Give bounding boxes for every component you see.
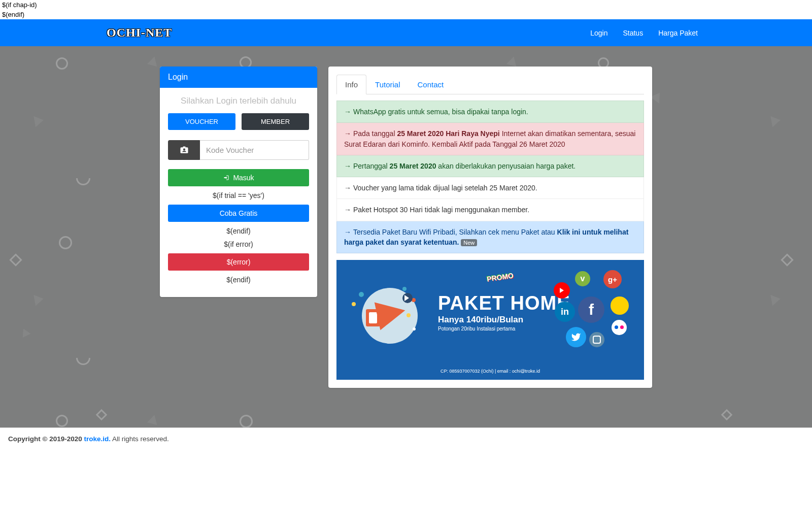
error-alert: $(error) bbox=[168, 253, 309, 271]
megaphone-icon bbox=[352, 278, 433, 359]
template-if-chap: $(if chap-id) bbox=[0, 0, 812, 10]
svg-point-1 bbox=[183, 148, 185, 150]
info-text-bold: 25 Maret 2020 Hari Raya Nyepi bbox=[397, 129, 499, 138]
promo-subtitle: Hanya 140ribu/Bulan bbox=[438, 315, 523, 325]
nav-status[interactable]: Status bbox=[615, 25, 651, 41]
footer-rights: All rights reserved. bbox=[111, 435, 169, 443]
instagram-icon bbox=[589, 332, 604, 347]
promo-small: Potongan 20ribu Instalasi pertama bbox=[438, 326, 515, 332]
info-list: →WhatsApp gratis untuk semua, bisa dipak… bbox=[336, 101, 644, 253]
template-endif: $(endif) bbox=[0, 10, 812, 19]
list-item: →Pertanggal 25 Maret 2020 akan diberlaku… bbox=[336, 155, 644, 177]
info-text: Voucher yang lama tidak dijual lagi sete… bbox=[353, 184, 537, 192]
info-text: WhatsApp gratis untuk semua, bisa dipaka… bbox=[353, 108, 528, 116]
googleplus-icon: g+ bbox=[603, 270, 622, 288]
arrow-icon: → bbox=[344, 162, 351, 170]
footer-copyright: Copyright © 2019-2020 bbox=[8, 435, 84, 443]
info-tabs: Info Tutorial Contact bbox=[336, 75, 644, 94]
list-item: →Voucher yang lama tidak dijual lagi set… bbox=[336, 177, 644, 199]
info-text: Paket Hotspot 30 Hari tidak lagi menggun… bbox=[353, 206, 529, 214]
info-text: Pertanggal bbox=[353, 162, 390, 170]
masuk-button[interactable]: Masuk bbox=[168, 169, 309, 186]
linkedin-icon: in bbox=[555, 302, 575, 322]
template-if-error: $(if error) bbox=[168, 240, 309, 248]
list-item: →WhatsApp gratis untuk semua, bisa dipak… bbox=[336, 101, 644, 123]
info-text: akan diberlakukan penyusaian harga paket… bbox=[436, 162, 576, 170]
flickr-icon bbox=[612, 320, 627, 335]
facebook-icon: f bbox=[578, 296, 604, 323]
arrow-icon: → bbox=[344, 184, 351, 192]
brand-logo: OCHI-NET bbox=[107, 26, 172, 40]
new-badge: New bbox=[461, 239, 477, 246]
nav-login[interactable]: Login bbox=[583, 25, 615, 41]
tab-voucher-button[interactable]: VOUCHER bbox=[168, 113, 235, 130]
template-if-trial: $(if trial == 'yes') bbox=[168, 191, 309, 200]
template-endif-trial: $(endif) bbox=[168, 227, 309, 235]
voucher-icon bbox=[168, 140, 200, 160]
list-item: →Tersedia Paket Baru Wifi Pribadi, Silah… bbox=[336, 221, 644, 254]
arrow-icon: → bbox=[344, 108, 351, 116]
promo-banner: PROMO PAKET HOME Hanya 140ribu/Bulan Pot… bbox=[336, 260, 644, 380]
coba-gratis-button[interactable]: Coba Gratis bbox=[168, 205, 309, 222]
promo-badge: PROMO bbox=[486, 272, 514, 283]
info-panel: Info Tutorial Contact →WhatsApp gratis u… bbox=[328, 67, 652, 388]
login-hint: Silahkan Login terlebih dahulu bbox=[168, 96, 309, 106]
footer: Copyright © 2019-2020 troke.id. All righ… bbox=[0, 427, 812, 450]
snapchat-icon bbox=[611, 296, 629, 315]
vimeo-icon: v bbox=[575, 271, 590, 286]
arrow-icon: → bbox=[344, 206, 351, 214]
arrow-icon: → bbox=[344, 228, 351, 236]
voucher-code-input[interactable] bbox=[200, 140, 309, 160]
info-text-bold: 25 Maret 2020 bbox=[390, 162, 436, 170]
tab-member-button[interactable]: MEMBER bbox=[242, 113, 309, 130]
list-item: →Paket Hotspot 30 Hari tidak lagi menggu… bbox=[336, 199, 644, 221]
template-endif-error: $(endif) bbox=[168, 276, 309, 284]
nav-harga-paket[interactable]: Harga Paket bbox=[651, 25, 705, 41]
arrow-icon: → bbox=[344, 129, 351, 138]
twitter-icon bbox=[566, 327, 586, 347]
tab-info[interactable]: Info bbox=[336, 75, 366, 94]
navbar: OCHI-NET Login Status Harga Paket bbox=[0, 19, 812, 46]
social-icons: f v g+ in bbox=[549, 267, 635, 353]
login-panel-header: Login bbox=[160, 67, 317, 88]
youtube-icon bbox=[554, 282, 570, 299]
list-item: →Pada tanggal 25 Maret 2020 Hari Raya Ny… bbox=[336, 123, 644, 155]
tab-contact[interactable]: Contact bbox=[409, 75, 453, 94]
info-text: Tersedia Paket Baru Wifi Pribadi, Silahk… bbox=[353, 228, 557, 236]
promo-contact: CP: 085937007032 (Ochi) | email : ochi@t… bbox=[336, 369, 644, 374]
svg-rect-2 bbox=[183, 146, 185, 148]
footer-link[interactable]: troke.id. bbox=[84, 435, 111, 443]
login-panel: Login Silahkan Login terlebih dahulu VOU… bbox=[160, 67, 317, 297]
masuk-label: Masuk bbox=[233, 174, 254, 182]
info-text: Pada tanggal bbox=[353, 129, 397, 138]
tab-tutorial[interactable]: Tutorial bbox=[366, 75, 409, 94]
